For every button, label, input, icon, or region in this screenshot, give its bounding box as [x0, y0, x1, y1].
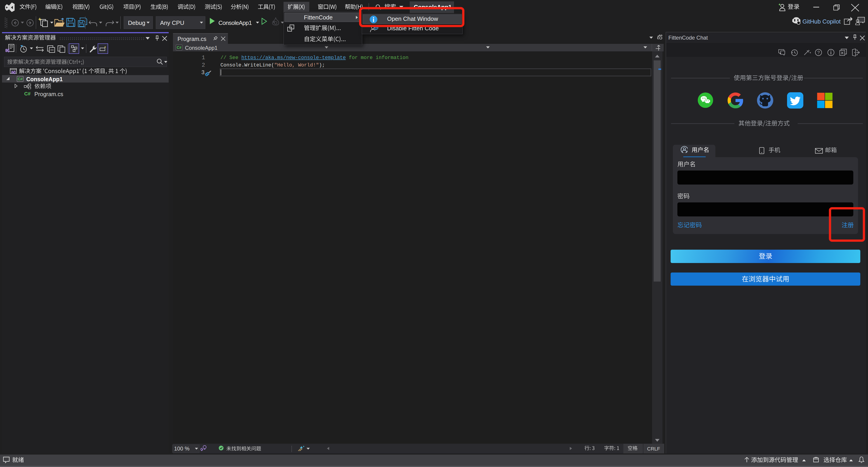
svg-text:C#: C#: [177, 46, 182, 50]
svg-text:?: ?: [817, 50, 819, 55]
svg-text:C#: C#: [18, 77, 23, 81]
svg-text:C#: C#: [24, 91, 31, 97]
